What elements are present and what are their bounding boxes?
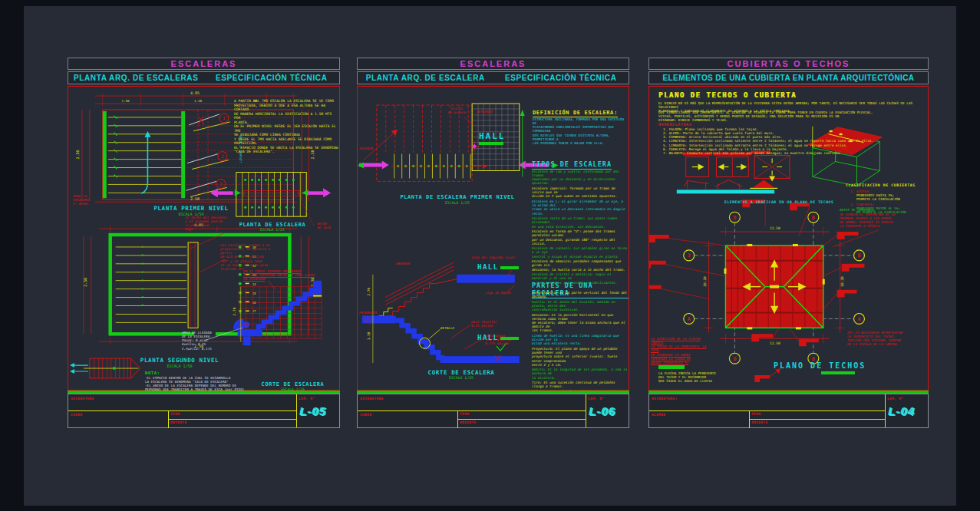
stair-part: Tiro: Es una sucesión continua de peldañ… [532,381,629,388]
sheet2-subtitle-bar: PLANTA ARQ. DE ESCALERA ESPECIFICACIÓN T… [357,71,629,84]
detail-1-number: 1 [223,115,226,120]
sheet1-subtitle-left: PLANTA ARQ. DE ESCALERAS [68,74,204,82]
sheet2-drawing-area: 2.70 1.50 ASCENSO Inicio de avance DESCA… [357,86,629,391]
detail-2-number: 2 [221,153,224,159]
plan2-step-4: 4 [141,270,144,274]
stair-type: Escalera en L: al girar alrededor de un … [532,199,629,216]
hall-label-corte-bottom: HALL [477,334,499,341]
titleblock-line [586,394,586,427]
corte2-dim2: 1.50 [367,331,371,340]
sheet2-title: ESCALERAS [460,59,526,68]
plan-caption: PLANTA DE ESCALERA PRIMER NIVEL [381,194,534,200]
titleblock-field-lamina: LAM. N° [588,397,604,401]
bubble-right-up: B [858,252,861,259]
sheet3-number: L-04 [888,404,915,417]
corte1-caption: CORTE DE ESCALERA [249,381,337,387]
hall-green-bar [500,266,519,269]
stair-part: Descanso: Es la porción horizontal en qu… [532,313,629,333]
plan1-side-note: SUBE LA ESCALERA 1° NIVEL [73,194,105,206]
corte1-dim: 2.70 [233,307,236,315]
detail-3-number: 3 [219,181,223,186]
sheet2-title-block: ASIGNATURA LAM. N° CURSO TEMA DOCENTE L-… [357,394,629,428]
titleblock-line [885,394,886,427]
ascenso-label: ASCENSO [359,147,373,150]
legend-text: LA FLECHA INDICA LA PENDIENTE DEL TECHO … [658,371,747,383]
sheet3-subtitle: ELEMENTOS DE UNA CUBIERTA EN PLANTA ARQU… [663,74,915,82]
titleblock-field-curso: CURSO [71,413,82,417]
titleblock-field-tema: TEMA [170,412,180,416]
annotation-green: ANTES SE COMIENZA: [840,208,876,212]
viga-note: viga de borde [485,291,511,295]
titleblock-line [68,410,296,411]
plan3-caption: PLANTA DE ESCALERA [231,222,314,228]
corte2-caption: CORTE DE ESCALERA [404,369,519,376]
nomenclatura-title: NOMENCLATURA [658,122,691,127]
corte-note: EN EL CORTE SIEMPRE MOSTRAMOS LA LOSA SU… [243,269,328,281]
plan-scale: ESCALA 1/25 [381,201,534,205]
tipos-title: TIPOS DE ESCALERA [532,160,612,170]
plan1-dim-left: 2.50 [75,150,80,160]
plan2-caption: PLANTA SEGUNDO NIVEL [122,357,237,364]
bubble-bottom-left: D [733,356,736,362]
plan2-step-1: 1 [141,245,143,249]
plan2-note-top: El techo del descanso y el acabado podrá… [185,216,233,232]
plan2-scale: ESCALA 1/50 [122,364,237,368]
plano-techos-title: PLANO DE TECHOS O CUBIERTA [658,91,797,99]
losa-note: losa del segundo nivel [471,256,519,259]
caption-underline-bar [821,371,855,374]
sheet-l05: ESCALERAS PLANTA ARQ. DE ESCALERAS ESPEC… [68,58,340,428]
plan1-caption: PLANTA PRIMER NIVEL [114,205,268,212]
sheet1-title-bar: ESCALERAS [68,58,340,70]
roof-dim-right: 10.20 [840,276,844,287]
stair-type: Escalera de ida y vuelta: conformada por… [532,170,629,186]
titleblock-field-tema: TEMA [751,412,761,416]
titleblock-field-asignatura: ASIGNATURA [360,397,384,401]
definicion-title: DEFINICIÓN DE ESCALERA: [533,110,618,117]
annotation-bottom-right: ASÍ ES NECESARIO REPRESENTAR LA SUPERFIC… [847,331,915,347]
plan2-note-mid: Los escalones pueden o no proyectarse; s… [220,243,274,271]
stair-type: Escalera recta de un tramo: sus pasos su… [532,216,629,228]
caption-arrow [754,368,780,382]
stair-part: Ámbito: Es la longitud de los peldaños, … [532,368,629,379]
stair-type: Escalera en forma de "U": posee dos tram… [532,229,629,246]
spec-text: A PARTIR DEL 7MO ESCALÓN LA ESCALERA SE … [234,99,338,154]
stair-type: Escalera de caracol: sus peldaños giran … [532,246,629,258]
titleblock-field-tema: TEMA [460,412,469,416]
sheet3-title-block: ASIGNATURA: LAM. N° ALUMNO TEMA DOCENTE … [648,394,929,428]
plan2-step-3: 3 [140,262,144,265]
titleblock-line [168,410,169,428]
llegada-note: AREA DE LLEGADA DE LA ESCALERA Pasos: 8 … [182,331,226,351]
sheet3-drawing-area: D B 3 B A A D B 12.50 12.50 10.20 10.20 [648,86,929,391]
titleblock-line [358,410,586,411]
titleblock-line [749,419,885,420]
plan2-step-2: 2 [141,253,144,257]
hall-green-bar [479,142,503,145]
stair-type: Escalera imperial: formada por un tramo … [532,186,629,198]
descanso-label: DESCANSO [477,110,493,114]
titleblock-line [457,419,586,420]
sheet3-subtitle-bar: ELEMENTOS DE UNA CUBIERTA EN PLANTA ARQU… [648,71,929,84]
sheet2-title-bar: ESCALERAS [357,58,629,70]
titleblock-field-asignatura: ASIGNATURA [71,397,94,401]
titleblock-field-docente: DOCENTE [751,420,767,424]
corte2-scale: ESCALA 1/25 [404,376,519,380]
sheet-l06: ESCALERAS PLANTA ARQ. DE ESCALERA ESPECI… [357,58,629,428]
titleblock-line [649,410,885,411]
titleblock-field-docente: DOCENTE [170,420,186,424]
stair-type: Escalera de abanico: peldaños compensado… [532,259,629,271]
stair-part: Proyectura: El plano de apoyo de un peld… [532,347,629,367]
tipos-list: Escalera de ida y vuelta: conformada por… [532,170,629,285]
titleblock-field-alumno: ALUMNO [652,413,665,417]
plan3-scale: ESCALA 1/25 [231,228,314,232]
plan2-step-8: 8 [141,303,144,307]
drawing-canvas: ESCALERAS PLANTA ARQ. DE ESCALERAS ESPEC… [24,6,956,506]
plan2-step-7: 7 [141,295,144,299]
bubble-top-left: D [733,215,736,221]
stair-part: Línea de huella: Es una línea imaginaria… [532,334,629,345]
sheet1-subtitle-right: ESPECIFICACIÓN TÉCNICA [204,74,340,82]
titleblock-line [296,394,297,427]
bubble-top-right: B [812,215,815,221]
hall-label-corte-top: HALL [477,263,499,271]
plan2-step-14: 14 [252,282,256,286]
sheet1-drawing-area: 4.05 1.50 1.20 .90 2.50 2.50 2.38 1 2 [68,86,340,391]
